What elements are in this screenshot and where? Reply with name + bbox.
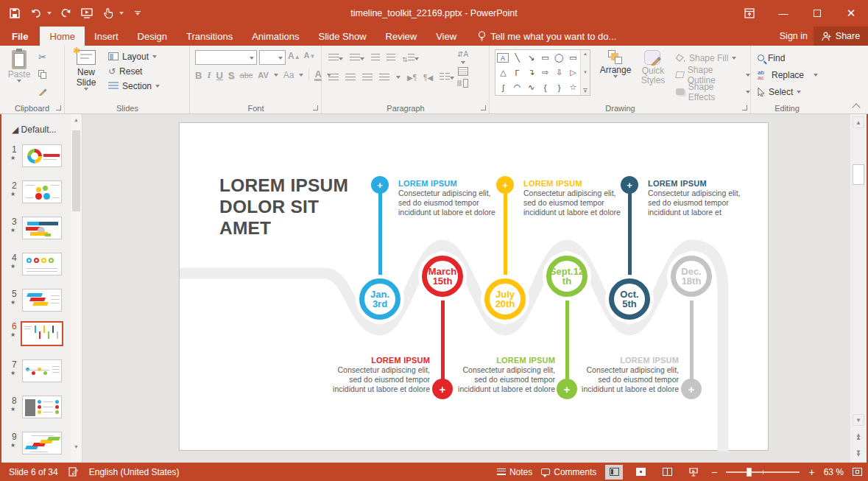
font-color-icon[interactable]: A — [314, 70, 321, 81]
slide-editing-area[interactable]: LOREM IPSUM DOLOR SIT AMET + Jan. 3rd LO… — [179, 122, 769, 451]
shape-effects-button[interactable]: Shape Effects — [676, 85, 750, 98]
gallery-scroll-up-icon[interactable]: ▲ — [583, 52, 588, 56]
tab-home[interactable]: Home — [40, 27, 85, 46]
tab-insert[interactable]: Insert — [85, 27, 128, 46]
reset-button[interactable]: ↺ Reset — [108, 65, 160, 77]
columns-icon[interactable] — [440, 71, 454, 84]
arrange-button[interactable]: Arrange — [598, 50, 633, 78]
bullets-icon[interactable] — [328, 52, 343, 65]
normal-view-button[interactable] — [605, 465, 623, 480]
text-shadow-icon[interactable]: S — [228, 70, 235, 81]
align-left-icon[interactable] — [328, 74, 339, 82]
text-direction-icon[interactable]: ⇵A — [457, 50, 468, 58]
down-arrow-shape-icon[interactable]: ⇩ — [552, 66, 566, 80]
zoom-out-button[interactable]: − — [711, 466, 717, 478]
font-size-combobox[interactable] — [259, 50, 286, 65]
rounded-rectangle-shape-icon[interactable]: ▭ — [566, 51, 580, 65]
bold-icon[interactable]: B — [195, 70, 202, 81]
next-slide-button[interactable]: ▼▼ — [853, 448, 864, 460]
proofing-icon[interactable] — [68, 467, 79, 477]
collapse-ribbon-icon[interactable] — [852, 103, 860, 111]
zoom-slider[interactable] — [726, 471, 800, 473]
grow-font-icon[interactable]: A▲ — [288, 51, 300, 61]
milestone-6-date-circle[interactable]: Dec. 18th — [671, 256, 712, 297]
smartart-icon[interactable] — [457, 79, 468, 88]
shape-fill-button[interactable]: Shape Fill — [676, 52, 750, 64]
close-button[interactable]: ✕ — [834, 0, 868, 27]
language-indicator[interactable]: English (United States) — [89, 467, 180, 477]
decrease-indent-icon[interactable] — [371, 52, 380, 65]
previous-slide-button[interactable]: ▲▲ — [853, 431, 864, 443]
find-button[interactable]: Find — [758, 52, 818, 64]
milestone-5-date-circle[interactable]: Oct. 5th — [609, 278, 650, 320]
change-case-icon[interactable]: Aa — [283, 70, 294, 80]
quick-styles-button[interactable]: Quick Styles — [635, 50, 671, 85]
clipboard-dialog-launcher[interactable] — [56, 105, 61, 110]
tab-transitions[interactable]: Transitions — [177, 27, 242, 46]
drawing-dialog-launcher[interactable] — [742, 105, 747, 110]
font-dialog-launcher[interactable] — [313, 105, 318, 110]
maximize-button[interactable] — [800, 0, 834, 27]
underline-icon[interactable]: U — [216, 70, 222, 81]
slide-title[interactable]: LOREM IPSUM DOLOR SIT AMET — [219, 175, 396, 239]
replace-button[interactable]: abac Replace — [758, 69, 818, 81]
numbering-icon[interactable] — [350, 52, 364, 65]
tell-me-box[interactable]: Tell me what you want to do... — [478, 27, 616, 46]
italic-icon[interactable]: I — [207, 69, 211, 81]
zoom-in-button[interactable]: + — [808, 466, 814, 478]
tab-animations[interactable]: Animations — [242, 27, 308, 46]
layout-button[interactable]: Layout — [108, 50, 160, 63]
elbow-arrow-shape-icon[interactable]: ↴ — [524, 66, 538, 80]
cut-icon[interactable]: ✂ — [35, 50, 49, 64]
section-header[interactable]: ◢ Default... — [12, 124, 57, 135]
elbow-shape-icon[interactable]: Γ — [510, 66, 524, 80]
font-name-combobox[interactable] — [195, 50, 257, 65]
new-slide-button[interactable]: ✱ New Slide — [70, 50, 102, 91]
milestone-4-text[interactable]: LOREM IPSUM Consectetur adipiscing elit,… — [437, 356, 555, 394]
tab-file[interactable]: File — [0, 27, 40, 46]
star-shape-icon[interactable]: ☆ — [566, 80, 580, 94]
paragraph-dialog-launcher[interactable] — [481, 105, 486, 110]
copy-icon[interactable] — [35, 67, 49, 81]
milestone-3-date-circle[interactable]: July 20th — [484, 278, 526, 320]
milestone-1-date-circle[interactable]: Jan. 3rd — [359, 278, 401, 320]
align-center-icon[interactable] — [345, 74, 356, 82]
zoom-slider-thumb[interactable] — [747, 468, 752, 477]
tab-slideshow[interactable]: Slide Show — [309, 27, 376, 46]
triangle-shape-icon[interactable]: △ — [496, 66, 510, 80]
right-brace-shape-icon[interactable]: } — [552, 80, 566, 94]
ribbon-display-options-icon[interactable] — [733, 0, 766, 27]
scroll-down-icon[interactable]: ▼ — [853, 414, 864, 426]
main-scrollbar[interactable]: ▲ ▼ ▲▲ ▼▼ — [850, 114, 867, 463]
notes-button[interactable]: Notes — [497, 467, 532, 477]
align-text-icon[interactable] — [458, 67, 468, 76]
slide-indicator[interactable]: Slide 6 of 34 — [9, 467, 58, 477]
fit-slide-button[interactable] — [853, 468, 862, 476]
textbox-shape-icon[interactable]: A — [497, 53, 509, 63]
thumb-scroll-down-icon[interactable]: ▼ — [74, 444, 79, 449]
scribble-shape-icon[interactable]: ʃ — [496, 80, 510, 94]
line-spacing-icon[interactable]: ⇅ — [402, 52, 419, 65]
freeform-shape-icon[interactable]: ▷ — [566, 66, 580, 80]
arrow-shape-icon[interactable]: ↘ — [524, 51, 538, 65]
select-button[interactable]: Select — [758, 85, 818, 98]
text-direction-ltr-icon[interactable]: ▶¶ — [407, 74, 417, 82]
milestone-2-date-circle[interactable]: March 15th — [422, 256, 463, 297]
text-direction-rtl-icon[interactable]: ¶◀ — [423, 74, 433, 82]
scroll-thumb[interactable] — [853, 164, 864, 185]
tab-design[interactable]: Design — [128, 27, 177, 46]
gallery-more-icon[interactable]: ▼ — [583, 88, 588, 94]
scroll-up-icon[interactable]: ▲ — [853, 116, 864, 128]
shrink-font-icon[interactable]: A▼ — [304, 51, 316, 61]
slide-sorter-view-button[interactable] — [632, 465, 649, 480]
left-brace-shape-icon[interactable]: { — [538, 80, 552, 94]
justify-icon[interactable] — [379, 74, 389, 82]
character-spacing-icon[interactable]: AV — [258, 71, 268, 80]
slideshow-view-button[interactable] — [685, 465, 702, 480]
milestone-6-text[interactable]: LOREM IPSUM Consectetur adipiscing elit,… — [561, 356, 679, 394]
arc-shape-icon[interactable]: ◠ — [510, 80, 524, 94]
thumb-scroll-thumb[interactable] — [72, 130, 80, 211]
thumbnail-scrollbar[interactable]: ▲ ▼ — [71, 114, 82, 463]
thumb-scroll-up-icon[interactable]: ▲ — [74, 117, 79, 122]
paste-button[interactable]: Paste — [6, 50, 32, 82]
